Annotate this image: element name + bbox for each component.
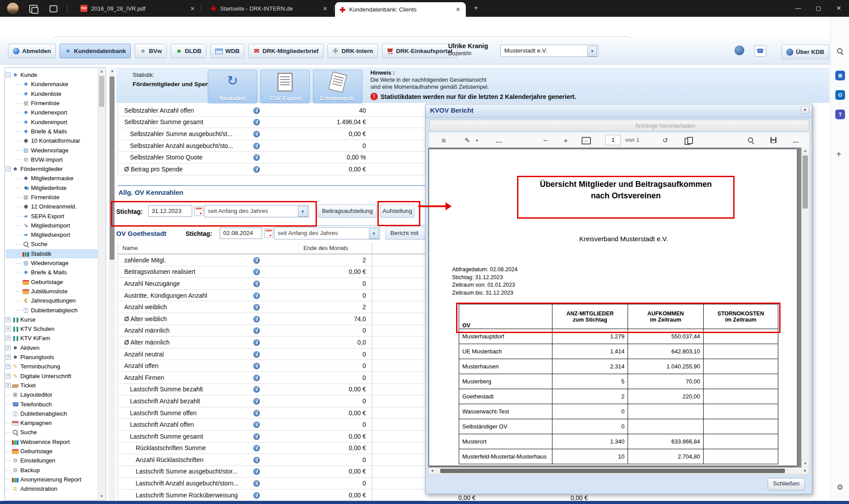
info-icon[interactable]: [253, 480, 260, 487]
stichtag-input[interactable]: 31.12.2023: [148, 205, 192, 217]
info-icon[interactable]: [253, 166, 260, 173]
workspaces-icon[interactable]: [29, 5, 38, 13]
pdf-scroll-up-icon[interactable]: ▲: [802, 148, 809, 155]
table-row[interactable]: Lastschrift Summe ausgebucht/stor...0,00…: [118, 466, 425, 478]
info-icon[interactable]: [253, 257, 260, 264]
sidebar-item-suche[interactable]: Suche: [6, 428, 98, 437]
info-icon[interactable]: [253, 119, 260, 125]
chevron-down-icon[interactable]: ▼: [369, 228, 379, 239]
sidebar-item-digitale-unterschrift[interactable]: +Digitale Unterschrift: [6, 371, 98, 381]
sidebar-item-kundenexport[interactable]: Kundenexport: [6, 108, 98, 117]
sidebar-item-briefe-mails[interactable]: Briefe & Mails: [6, 268, 98, 277]
sidebar-item-aktiven[interactable]: +Aktiven: [6, 343, 98, 352]
sidebar-item-dublettenabgleich[interactable]: Dublettenabgleich: [6, 305, 98, 315]
sidebar-item-kundenliste[interactable]: Kundenliste: [6, 89, 98, 99]
browser-tab[interactable]: 2016_09_28_IVR.pdf✕: [76, 0, 200, 17]
csv-export-button[interactable]: CSV Export: [260, 70, 310, 103]
tab-close-icon[interactable]: ✕: [322, 5, 328, 12]
sidebar-item-ktv-kifam[interactable]: +KTV KiFam: [6, 333, 98, 343]
sidebar-item-geburtstage[interactable]: Geburtstage: [6, 447, 98, 456]
table-row[interactable]: Rücklastschriften Summe0,00 €: [118, 443, 425, 455]
dialog-titlebar[interactable]: KVOV Bericht ✕: [426, 104, 812, 118]
info-icon[interactable]: [253, 457, 260, 463]
toc-icon[interactable]: ≡: [442, 136, 446, 145]
table-row[interactable]: Ø Betrag pro Spende0,00 €: [118, 163, 425, 175]
pdf-scroll-down-icon[interactable]: ▼: [802, 460, 809, 467]
table-row[interactable]: Beitragsvolumen realisiert0,00 €: [118, 266, 425, 278]
search-icon[interactable]: [747, 137, 754, 145]
scroll-down-icon[interactable]: ▼: [98, 493, 105, 500]
sidebar-item-dublettenabgleich[interactable]: Dublettenabgleich: [6, 409, 98, 418]
rotate-icon[interactable]: ↺: [662, 136, 668, 144]
collapse-icon[interactable]: −: [6, 72, 11, 77]
sidebar-item-sepa-export[interactable]: SEPA Export: [6, 211, 98, 220]
info-icon[interactable]: [253, 410, 260, 417]
sidebar-item-f-rdermitglieder[interactable]: −Fördermitglieder: [6, 164, 98, 174]
contacts-icon[interactable]: ☎: [754, 45, 766, 57]
expand-icon[interactable]: +: [6, 345, 11, 350]
close-button[interactable]: ✕: [829, 0, 849, 17]
table-row[interactable]: Lastschrift Summe gesamt0,00 €: [118, 431, 425, 443]
info-icon[interactable]: [253, 316, 260, 322]
bvw-button[interactable]: BVw: [135, 44, 167, 58]
sidebar-item-planungtools[interactable]: +Planungtools: [6, 352, 98, 362]
save-icon[interactable]: [770, 137, 777, 143]
draw-pen-icon[interactable]: ✎: [464, 136, 470, 144]
expand-icon[interactable]: +: [6, 336, 11, 341]
wdb-button[interactable]: WDB: [210, 44, 244, 58]
info-icon[interactable]: [253, 339, 260, 346]
new-tab-button[interactable]: +: [474, 4, 478, 12]
sidebar-item-geburtstage[interactable]: Geburtstage: [6, 277, 98, 287]
table-row[interactable]: Anzahl weiblich2: [118, 301, 425, 313]
main-scrollbar-thumb[interactable]: [110, 76, 114, 260]
table-row[interactable]: Ø Alter männlich0,0: [118, 337, 425, 349]
info-icon[interactable]: [253, 433, 260, 440]
table-row[interactable]: Lastschrift Anzahl ausgebucht/storn...0: [118, 477, 425, 489]
main-scroll-up-icon[interactable]: ▲: [109, 68, 116, 75]
table-row[interactable]: Selbstzahler Storno Quote0,00 %: [118, 152, 425, 163]
main-scrollbar[interactable]: ▲: [109, 68, 115, 501]
sidebar-item-einstellungen[interactable]: Einstellungen: [6, 456, 98, 465]
table-row[interactable]: Lastschrift Summe offen0,00 €: [118, 407, 425, 419]
kundendatenbank-button[interactable]: Kundendatenbank: [60, 44, 131, 58]
info-icon[interactable]: [253, 468, 260, 475]
tree-scrollbar-thumb[interactable]: [99, 76, 104, 107]
info-icon[interactable]: [253, 398, 260, 405]
sidebar-item-terminbuchung[interactable]: +Terminbuchung: [6, 362, 98, 371]
about-kdb-button[interactable]: Über KDB: [781, 45, 829, 59]
sidebar-item-jubil-umsliste[interactable]: Jubiläumsliste: [6, 287, 98, 296]
outlook-icon[interactable]: O: [835, 90, 845, 100]
sidebar-item-statistik[interactable]: Statistik: [6, 249, 98, 258]
table-row[interactable]: zahlende Mitgl.2: [118, 254, 425, 266]
info-icon[interactable]: [253, 363, 260, 369]
table-row[interactable]: Austritte, Kündigungen Anzahl0: [118, 290, 425, 302]
microsoft365-icon[interactable]: ⊞: [835, 71, 845, 80]
info-icon[interactable]: [253, 143, 260, 149]
sidebar-item-webservice-report[interactable]: Webservice Report: [6, 437, 98, 447]
abmelden-button[interactable]: Abmelden: [8, 44, 56, 58]
toolbar-more-icon[interactable]: …: [495, 136, 502, 144]
info-icon[interactable]: [735, 45, 744, 55]
sidebar-item-jahresquittungen[interactable]: Jahresquittungen: [6, 296, 98, 305]
table-row[interactable]: Anzahl neutral0: [118, 349, 425, 360]
info-icon[interactable]: [253, 154, 260, 161]
info-icon[interactable]: [253, 292, 260, 299]
table-row[interactable]: Ø Alter weiblich74,0: [118, 313, 425, 325]
sidebar-item-wiedervorlage[interactable]: Wiedervorlage: [6, 258, 98, 268]
maximize-button[interactable]: ▢: [808, 0, 829, 17]
table-row[interactable]: Anzahl männlich0: [118, 325, 425, 337]
table-row[interactable]: Selbstzahler Anzahl ausgebucht/sto...0: [118, 140, 425, 152]
profile-avatar[interactable]: [7, 3, 19, 14]
sidebar-item-kundenmaske[interactable]: Kundenmaske: [6, 80, 98, 89]
sidebar-item-bvw-import[interactable]: BVW-Import: [6, 155, 98, 164]
aufstellung-button[interactable]: Aufstellung: [380, 205, 415, 218]
sidebar-add-icon[interactable]: +: [836, 149, 841, 159]
pdf-scroll-left-icon[interactable]: ◄: [429, 468, 436, 474]
info-icon[interactable]: [253, 445, 260, 451]
sidebar-item-12-onlineanmeld-[interactable]: 12 Onlineanmeld.: [6, 202, 98, 211]
erhebungsbogen-button[interactable]: Erhebungsb.: [313, 70, 362, 103]
sidebar-item-mitgliederliste[interactable]: Mitgliederliste: [6, 183, 98, 193]
sidebar-item-kurse[interactable]: +Kurse: [6, 315, 98, 324]
chevron-down-icon[interactable]: ▼: [298, 206, 308, 217]
info-icon[interactable]: [253, 280, 260, 287]
